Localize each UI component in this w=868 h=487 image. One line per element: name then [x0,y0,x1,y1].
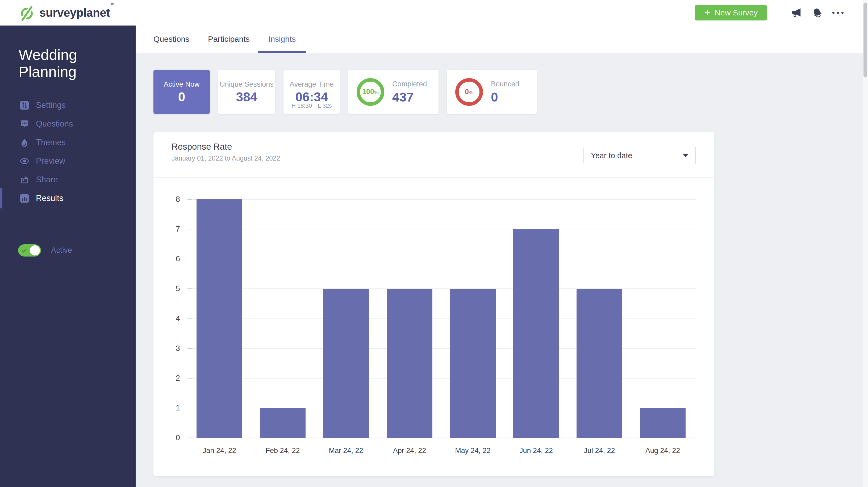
bar-feb-24-22 [260,408,306,438]
bar-jun-24-22 [513,229,559,438]
axis-tick-y7 [187,229,192,229]
sidebar-item-questions[interactable]: Questions [0,115,135,133]
scrollbar-track[interactable] [863,0,868,487]
gridline-y8 [187,199,696,200]
stat-card-completed[interactable]: 100%Completed437 [348,70,438,114]
tab-bar: QuestionsParticipantsInsights [135,26,868,53]
share-icon [20,175,29,184]
y-axis-label-3: 3 [153,344,180,353]
stat-card-unique-sessions[interactable]: Unique Sessions384 [218,70,275,114]
bar-may-24-22 [450,289,496,438]
active-toggle-row: Active [0,244,135,257]
y-axis-label-8: 8 [153,195,180,204]
stat-value: 06:34 [296,91,328,103]
sidebar-item-label: Themes [36,138,66,147]
sidebar-item-preview[interactable]: Preview [0,152,135,170]
toggle-label: Active [51,246,72,255]
active-toggle[interactable] [18,244,41,257]
sidebar-item-themes[interactable]: Themes [0,133,135,152]
tab-label: Participants [208,35,250,43]
axis-tick-y3 [187,348,192,349]
gridline-y6 [187,259,696,259]
bounced-text: Bounced0 [491,80,519,104]
sidebar-item-label: Results [36,194,63,203]
content-area: Active Now0Unique Sessions384Average Tim… [135,53,868,487]
bar-jan-24-22 [196,199,242,438]
bar-aug-24-22 [640,408,686,438]
axis-tick-y4 [187,319,192,319]
date-range-select[interactable]: Year to date [584,147,696,164]
axis-tick-y1 [187,408,192,408]
trademark-mark: ™ [111,2,114,7]
sidebar-item-label: Questions [36,119,73,129]
app-root: surveyplanet™ + New Survey [0,0,868,487]
y-axis-label-1: 1 [153,403,180,412]
brand-logo[interactable]: surveyplanet™ [19,4,114,22]
main-area: QuestionsParticipantsInsights Active Now… [135,26,868,487]
gridline-y7 [187,229,696,229]
eye-icon [20,157,29,166]
surveyplanet-logo-icon [19,4,35,22]
tab-questions[interactable]: Questions [153,26,189,53]
completed-text: Completed437 [392,80,427,104]
notifications-bell-icon[interactable] [811,7,823,19]
x-axis-label-5: May 24, 22 [441,447,505,455]
stat-card-active-now[interactable]: Active Now0 [153,70,210,114]
stats-row: Active Now0Unique Sessions384Average Tim… [153,70,868,114]
tab-label: Questions [153,35,189,43]
stat-card-average-time[interactable]: Average Time06:34H 18:30L 32s [283,70,340,114]
sidebar-item-results[interactable]: Results [0,189,135,207]
sidebar-item-settings[interactable]: Settings [0,96,135,115]
body-row: Wedding Planning SettingsQuestionsThemes… [0,26,868,487]
stat-value: 437 [392,91,413,104]
sidebar-item-label: Share [36,175,58,185]
x-axis-label-6: Jun 24, 22 [504,447,568,455]
stat-label: Average Time [289,80,334,89]
x-axis-label-4: Apr 24, 22 [378,447,441,455]
bar-mar-24-22 [323,289,369,438]
more-menu-ellipsis-icon[interactable] [832,7,844,19]
stat-value: 0 [178,91,185,103]
axis-tick-y2 [187,378,192,379]
response-rate-panel: Response Rate January 01, 2022 to August… [153,132,714,476]
sidebar-divider [0,226,135,226]
sidebar-nav: SettingsQuestionsThemesPreviewShareResul… [0,96,135,207]
tab-participants[interactable]: Participants [208,26,250,53]
x-axis-label-8: Aug 24, 22 [631,447,694,455]
axis-tick-y0 [187,437,192,438]
sidebar-item-label: Preview [36,156,65,166]
stat-label: Active Now [163,80,199,89]
plus-icon: + [704,7,710,18]
y-axis-label-4: 4 [153,314,180,323]
caret-down-icon [683,154,688,157]
x-axis-label-7: Jul 24, 22 [567,447,631,455]
axis-tick-y6 [187,259,192,259]
stat-value: 384 [236,91,257,103]
sidebar-item-label: Settings [36,100,66,110]
stat-label: Completed [392,80,427,88]
check-icon [21,247,28,254]
top-header: surveyplanet™ + New Survey [0,0,868,26]
scrollbar-thumb[interactable] [864,3,867,77]
response-rate-chart: 012345678Jan 24, 22Feb 24, 22Mar 24, 22A… [153,177,714,476]
stat-value: 0 [491,91,498,104]
x-axis-label-1: Jan 24, 22 [187,447,251,455]
sidebar-item-share[interactable]: Share [0,170,135,189]
sliders-icon [20,101,29,110]
y-axis-label-7: 7 [153,225,180,233]
announcements-megaphone-icon[interactable] [790,7,803,19]
tab-insights[interactable]: Insights [268,26,296,53]
axis-tick-y8 [187,199,192,200]
stat-card-bounced[interactable]: 0%Bounced0 [447,70,537,114]
y-axis-label-6: 6 [153,254,180,263]
y-axis-label-5: 5 [153,284,180,293]
bounced-ring: 0% [455,78,483,106]
bar-jul-24-22 [577,289,622,438]
drop-icon [20,138,29,147]
date-range-value: Year to date [591,151,632,160]
completed-ring: 100% [356,78,384,106]
stat-label: Unique Sessions [220,80,274,89]
y-axis-label-2: 2 [153,374,180,383]
survey-title: Wedding Planning [19,46,135,80]
new-survey-button[interactable]: + New Survey [695,5,767,21]
